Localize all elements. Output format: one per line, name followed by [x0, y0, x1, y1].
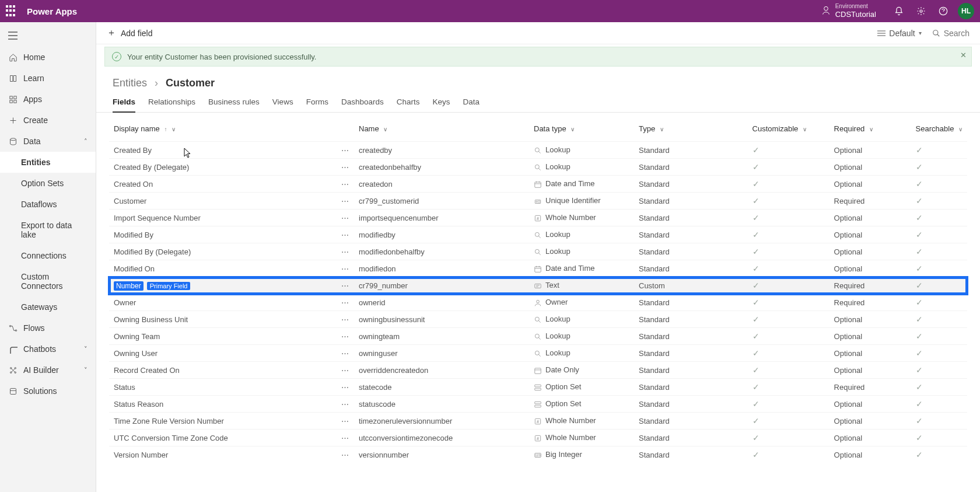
tab-fields[interactable]: Fields: [113, 94, 135, 112]
user-avatar[interactable]: HL: [958, 3, 974, 19]
sidebar-item-export[interactable]: Export to data lake: [0, 215, 96, 245]
field-type: Standard: [634, 413, 748, 430]
field-name: overriddencreatedon: [354, 362, 529, 379]
col-required[interactable]: Required ∨: [830, 118, 911, 142]
row-more-icon[interactable]: ⋯: [341, 281, 349, 290]
row-more-icon[interactable]: ⋯: [341, 349, 349, 358]
environment-picker[interactable]: Environment CDSTutorial: [821, 3, 876, 19]
tab-keys[interactable]: Keys: [432, 94, 450, 112]
row-more-icon[interactable]: ⋯: [341, 298, 349, 307]
sidebar-item-connections[interactable]: Connections: [0, 245, 96, 266]
row-more-icon[interactable]: ⋯: [341, 163, 349, 172]
notifications-icon[interactable]: [888, 0, 910, 22]
table-row[interactable]: Created On⋯createdonDate and TimeStandar…: [109, 176, 967, 193]
settings-icon[interactable]: [910, 0, 932, 22]
row-more-icon[interactable]: ⋯: [341, 417, 349, 425]
sidebar-item-dataflows[interactable]: Dataflows: [0, 194, 96, 215]
table-row[interactable]: Created By (Delegate)⋯createdonbehalfbyL…: [109, 159, 967, 176]
table-row[interactable]: Owning User⋯owninguserLookupStandard✓Opt…: [109, 345, 967, 362]
search-button[interactable]: Search: [932, 29, 970, 38]
datatype-icon: [534, 180, 542, 189]
sidebar-item-data[interactable]: Data˄: [0, 131, 96, 152]
table-row[interactable]: Owning Business Unit⋯owningbusinessunitL…: [109, 311, 967, 328]
table-row[interactable]: Record Created On⋯overriddencreatedonDat…: [109, 362, 967, 379]
sidebar-item-learn[interactable]: Learn: [0, 68, 96, 89]
main: ＋ Add field Default ▾ Search ✓ Your enti…: [96, 22, 980, 492]
tab-charts[interactable]: Charts: [397, 94, 420, 112]
table-row[interactable]: Status⋯statecodeOption SetStandard✓Requi…: [109, 379, 967, 396]
col-type[interactable]: Type ∨: [634, 118, 748, 142]
field-datatype: Whole Number: [545, 433, 596, 442]
row-more-icon[interactable]: ⋯: [341, 400, 349, 409]
table-row[interactable]: Modified On⋯modifiedonDate and TimeStand…: [109, 260, 967, 277]
tab-business-rules[interactable]: Business rules: [208, 94, 260, 112]
row-more-icon[interactable]: ⋯: [341, 332, 349, 341]
row-more-icon[interactable]: ⋯: [341, 231, 349, 239]
sidebar-item-chatbots[interactable]: Chatbots˅: [0, 339, 96, 360]
table-row[interactable]: Import Sequence Number⋯importsequencenum…: [109, 210, 967, 226]
waffle-icon[interactable]: [6, 5, 18, 17]
table-row[interactable]: Status Reason⋯statuscodeOption SetStanda…: [109, 396, 967, 413]
col-name[interactable]: Name ∨: [354, 118, 529, 142]
row-more-icon[interactable]: ⋯: [341, 451, 349, 459]
help-icon[interactable]: [932, 0, 954, 22]
table-row[interactable]: Created By⋯createdbyLookupStandard✓Optio…: [109, 142, 967, 159]
row-more-icon[interactable]: ⋯: [341, 264, 349, 273]
tabs: FieldsRelationshipsBusiness rulesViewsFo…: [96, 94, 980, 113]
field-required: Optional: [830, 260, 911, 277]
row-more-icon[interactable]: ⋯: [341, 180, 349, 189]
breadcrumb-root[interactable]: Entities: [113, 77, 147, 89]
sidebar-item-connectors[interactable]: Custom Connectors: [0, 266, 96, 296]
table-row[interactable]: Modified By (Delegate)⋯modifiedonbehalfb…: [109, 243, 967, 260]
sidebar-item-ai[interactable]: AI Builder˅: [0, 360, 96, 381]
row-more-icon[interactable]: ⋯: [341, 214, 349, 222]
sidebar-item-apps[interactable]: Apps: [0, 89, 96, 110]
row-more-icon[interactable]: ⋯: [341, 146, 349, 155]
tab-views[interactable]: Views: [272, 94, 293, 112]
tab-dashboards[interactable]: Dashboards: [341, 94, 384, 112]
datatype-icon: [534, 146, 542, 155]
col-searchable[interactable]: Searchable ∨: [911, 118, 967, 142]
check-icon: ✓: [916, 196, 923, 205]
row-more-icon[interactable]: ⋯: [341, 197, 349, 205]
col-data-type[interactable]: Data type ∨: [529, 118, 634, 142]
sidebar-item-optionsets[interactable]: Option Sets: [0, 173, 96, 194]
hamburger-button[interactable]: [0, 27, 96, 47]
view-options[interactable]: Default ▾: [877, 29, 921, 38]
svg-line-27: [937, 34, 939, 36]
row-more-icon[interactable]: ⋯: [341, 366, 349, 375]
sidebar-item-create[interactable]: Create: [0, 110, 96, 131]
sidebar-item-flows[interactable]: Flows: [0, 317, 96, 339]
table-row[interactable]: Owning Team⋯owningteamLookupStandard✓Opt…: [109, 328, 967, 345]
table-row[interactable]: Customer⋯cr799_customeridUnique Identifi…: [109, 193, 967, 210]
tab-relationships[interactable]: Relationships: [148, 94, 195, 112]
table-row[interactable]: UTC Conversion Time Zone Code⋯utcconvers…: [109, 430, 967, 446]
field-name: cr799_customerid: [354, 193, 529, 210]
table-row[interactable]: Modified By⋯modifiedbyLookupStandard✓Opt…: [109, 226, 967, 243]
field-display-name: UTC Conversion Time Zone Code: [114, 434, 228, 442]
tab-data[interactable]: Data: [463, 94, 480, 112]
row-more-icon[interactable]: ⋯: [341, 383, 349, 392]
field-datatype: Date and Time: [545, 264, 595, 273]
field-display-name: Version Number: [114, 451, 168, 459]
table-row[interactable]: NumberPrimary Field⋯cr799_numberTextCust…: [109, 277, 967, 294]
sidebar-item-gateways[interactable]: Gateways: [0, 296, 96, 317]
check-icon: ✓: [752, 230, 760, 239]
check-icon: ✓: [916, 332, 923, 341]
table-row[interactable]: Owner⋯owneridOwnerStandard✓Required✓: [109, 294, 967, 311]
tab-forms[interactable]: Forms: [306, 94, 328, 112]
row-more-icon[interactable]: ⋯: [341, 247, 349, 256]
table-row[interactable]: Time Zone Rule Version Number⋯timezoneru…: [109, 413, 967, 430]
row-more-icon[interactable]: ⋯: [341, 434, 349, 442]
close-banner-icon[interactable]: ✕: [960, 51, 967, 60]
table-row[interactable]: Version Number⋯versionnumberBig IntegerS…: [109, 446, 967, 463]
sidebar-item-home[interactable]: Home: [0, 47, 96, 68]
col-display-name[interactable]: Display name ↑ ∨: [109, 118, 337, 142]
datatype-icon: [534, 451, 542, 459]
add-field-button[interactable]: ＋ Add field: [107, 27, 152, 39]
col-customizable[interactable]: Customizable ∨: [748, 118, 830, 142]
row-more-icon[interactable]: ⋯: [341, 315, 349, 324]
sidebar-item-solutions[interactable]: Solutions: [0, 381, 96, 402]
check-icon: ✓: [916, 162, 923, 172]
sidebar-item-entities[interactable]: Entities: [0, 152, 96, 173]
